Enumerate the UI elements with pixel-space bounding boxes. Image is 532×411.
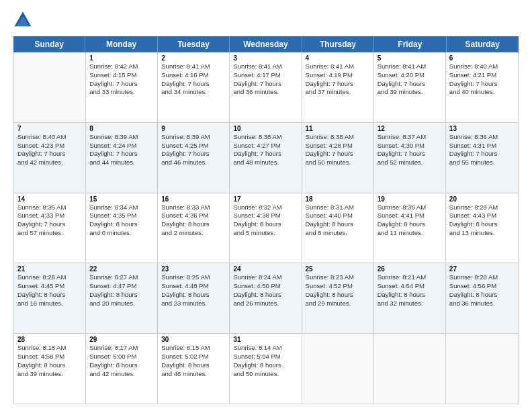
calendar-cell [446, 334, 518, 404]
cell-info-line: Sunset: 4:50 PM [233, 282, 298, 291]
calendar-cell: 9Sunrise: 8:39 AMSunset: 4:25 PMDaylight… [158, 123, 230, 193]
day-number: 29 [89, 336, 154, 343]
day-number: 3 [233, 54, 298, 62]
cell-info-line: Sunset: 4:45 PM [17, 282, 82, 291]
cell-info-line: Sunrise: 8:30 AM [378, 203, 442, 212]
cell-info-line: Sunset: 4:23 PM [17, 142, 82, 150]
cell-info-line: Daylight: 7 hours [17, 220, 82, 229]
day-number: 1 [89, 54, 154, 62]
calendar-cell: 22Sunrise: 8:27 AMSunset: 4:47 PMDayligh… [86, 263, 158, 333]
logo-icon [13, 11, 32, 30]
day-number: 20 [449, 195, 515, 203]
cell-info-line: Sunset: 4:40 PM [306, 212, 370, 220]
cell-info-line: and 29 minutes. [306, 300, 370, 308]
cell-info-line: Sunset: 4:17 PM [233, 71, 298, 80]
day-number: 6 [449, 54, 515, 62]
cell-info-line: Sunset: 4:41 PM [378, 212, 442, 220]
calendar-row-1: 7Sunrise: 8:40 AMSunset: 4:23 PMDaylight… [14, 123, 518, 193]
cell-info-line: Daylight: 7 hours [306, 80, 370, 89]
cell-info-line: Sunrise: 8:28 AM [17, 273, 82, 282]
cell-info-line: Sunset: 5:00 PM [89, 353, 154, 361]
cell-info-line: and 44 minutes. [89, 158, 154, 167]
calendar-cell: 6Sunrise: 8:40 AMSunset: 4:21 PMDaylight… [446, 52, 518, 122]
cell-info-line: Sunrise: 8:41 AM [161, 62, 226, 71]
cell-info-line: and 55 minutes. [449, 158, 515, 167]
header-day-wednesday: Wednesday [230, 36, 302, 52]
calendar-cell [14, 52, 86, 122]
calendar-cell: 15Sunrise: 8:34 AMSunset: 4:35 PMDayligh… [86, 193, 158, 263]
calendar-cell: 27Sunrise: 8:20 AMSunset: 4:56 PMDayligh… [446, 263, 518, 333]
cell-info-line: and 37 minutes. [306, 88, 370, 97]
cell-info-line: Daylight: 8 hours [161, 291, 226, 300]
cell-info-line: Sunrise: 8:24 AM [233, 273, 298, 282]
cell-info-line: Sunrise: 8:31 AM [306, 203, 370, 212]
cell-info-line: and 13 minutes. [449, 229, 515, 238]
day-number: 10 [233, 125, 298, 132]
header-day-sunday: Sunday [13, 36, 85, 52]
cell-info-line: Daylight: 7 hours [89, 80, 154, 89]
cell-info-line: Sunset: 4:31 PM [449, 142, 515, 150]
day-number: 5 [378, 54, 442, 62]
cell-info-line: and 2 minutes. [161, 229, 226, 238]
calendar-cell: 28Sunrise: 8:18 AMSunset: 4:58 PMDayligh… [14, 334, 86, 404]
cell-info-line: Daylight: 7 hours [306, 150, 370, 158]
calendar-cell: 7Sunrise: 8:40 AMSunset: 4:23 PMDaylight… [14, 123, 86, 193]
cell-info-line: and 36 minutes. [233, 88, 298, 97]
cell-info-line: Sunset: 4:21 PM [449, 71, 515, 80]
cell-info-line: and 0 minutes. [89, 229, 154, 238]
cell-info-line: Daylight: 8 hours [89, 291, 154, 300]
day-number: 8 [89, 125, 154, 132]
cell-info-line: and 42 minutes. [89, 370, 154, 379]
day-number: 19 [378, 195, 442, 203]
cell-info-line: Sunset: 4:56 PM [449, 282, 515, 291]
cell-info-line: Sunset: 4:38 PM [233, 212, 298, 220]
cell-info-line: and 8 minutes. [306, 229, 370, 238]
cell-info-line: Daylight: 8 hours [17, 291, 82, 300]
cell-info-line: Daylight: 8 hours [233, 220, 298, 229]
calendar-cell: 13Sunrise: 8:36 AMSunset: 4:31 PMDayligh… [446, 123, 518, 193]
cell-info-line: Sunrise: 8:41 AM [306, 62, 370, 71]
cell-info-line: and 48 minutes. [233, 158, 298, 167]
cell-info-line: and 36 minutes. [449, 300, 515, 308]
cell-info-line: Daylight: 8 hours [306, 291, 370, 300]
cell-info-line: Sunset: 4:33 PM [17, 212, 82, 220]
cell-info-line: Sunset: 4:27 PM [233, 142, 298, 150]
cell-info-line: and 50 minutes. [306, 158, 370, 167]
cell-info-line: Sunset: 4:36 PM [161, 212, 226, 220]
cell-info-line: Daylight: 7 hours [161, 150, 226, 158]
cell-info-line: Daylight: 8 hours [449, 220, 515, 229]
calendar-cell: 31Sunrise: 8:14 AMSunset: 5:04 PMDayligh… [230, 334, 302, 404]
calendar-cell: 23Sunrise: 8:25 AMSunset: 4:48 PMDayligh… [158, 263, 230, 333]
calendar-cell: 19Sunrise: 8:30 AMSunset: 4:41 PMDayligh… [374, 193, 446, 263]
cell-info-line: Daylight: 7 hours [89, 150, 154, 158]
cell-info-line: Sunset: 4:19 PM [306, 71, 370, 80]
day-number: 30 [161, 336, 226, 343]
cell-info-line: and 5 minutes. [233, 229, 298, 238]
cell-info-line: Sunrise: 8:41 AM [378, 62, 442, 71]
cell-info-line: Daylight: 8 hours [378, 291, 442, 300]
calendar-cell: 5Sunrise: 8:41 AMSunset: 4:20 PMDaylight… [374, 52, 446, 122]
calendar-row-2: 14Sunrise: 8:35 AMSunset: 4:33 PMDayligh… [14, 193, 518, 264]
cell-info-line: and 20 minutes. [89, 300, 154, 308]
calendar-cell: 2Sunrise: 8:41 AMSunset: 4:16 PMDaylight… [158, 52, 230, 122]
day-number: 26 [378, 265, 442, 273]
cell-info-line: Sunrise: 8:33 AM [161, 203, 226, 212]
cell-info-line: Daylight: 7 hours [161, 80, 226, 89]
cell-info-line: Daylight: 7 hours [449, 150, 515, 158]
cell-info-line: Sunset: 4:20 PM [378, 71, 442, 80]
cell-info-line: and 16 minutes. [17, 300, 82, 308]
calendar-header: SundayMondayTuesdayWednesdayThursdayFrid… [13, 36, 519, 52]
calendar-row-3: 21Sunrise: 8:28 AMSunset: 4:45 PMDayligh… [14, 263, 518, 334]
cell-info-line: Daylight: 8 hours [233, 361, 298, 370]
cell-info-line: Daylight: 8 hours [233, 291, 298, 300]
calendar-cell: 25Sunrise: 8:23 AMSunset: 4:52 PMDayligh… [302, 263, 374, 333]
cell-info-line: and 57 minutes. [17, 229, 82, 238]
calendar-cell: 20Sunrise: 8:29 AMSunset: 4:43 PMDayligh… [446, 193, 518, 263]
day-number: 31 [233, 336, 298, 343]
calendar-cell: 21Sunrise: 8:28 AMSunset: 4:45 PMDayligh… [14, 263, 86, 333]
cell-info-line: Sunrise: 8:20 AM [449, 273, 515, 282]
calendar-cell: 10Sunrise: 8:38 AMSunset: 4:27 PMDayligh… [230, 123, 302, 193]
cell-info-line: and 26 minutes. [233, 300, 298, 308]
calendar-cell: 30Sunrise: 8:15 AMSunset: 5:02 PMDayligh… [158, 334, 230, 404]
calendar-cell: 26Sunrise: 8:21 AMSunset: 4:54 PMDayligh… [374, 263, 446, 333]
